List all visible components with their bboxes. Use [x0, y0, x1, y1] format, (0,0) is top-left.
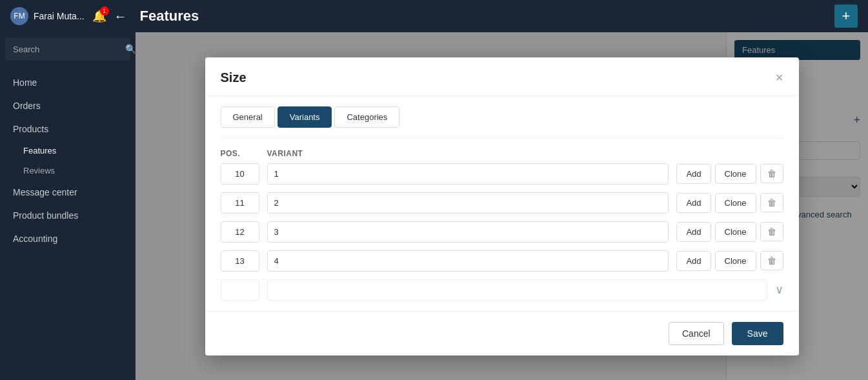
column-headers: POS. VARIANT — [221, 149, 783, 163]
sidebar-item-reviews[interactable]: Reviews — [0, 161, 136, 181]
add-button-row-2[interactable]: Add — [676, 193, 711, 213]
search-icon: 🔍 — [125, 44, 136, 54]
user-name: Farai Muta... — [34, 11, 85, 21]
row-actions-1: Add Clone 🗑 — [676, 164, 783, 184]
modal-header: Size × — [205, 57, 799, 96]
add-button-row-3[interactable]: Add — [676, 222, 711, 242]
main-content: Features ture groups rch ategory: catego… — [136, 32, 868, 380]
clone-button-row-2[interactable]: Clone — [715, 193, 756, 213]
sidebar-nav: Home Orders Products Features Reviews Me… — [0, 66, 136, 255]
pos-input-5[interactable] — [221, 279, 259, 301]
sidebar-item-products[interactable]: Products — [0, 117, 136, 141]
table-row: Add Clone 🗑 — [221, 163, 783, 185]
add-button-row-1[interactable]: Add — [676, 164, 711, 184]
scroll-down-icon: ∨ — [775, 283, 783, 297]
sidebar-item-product-bundles[interactable]: Product bundles — [0, 204, 136, 227]
clone-button-row-3[interactable]: Clone — [715, 222, 756, 242]
sidebar-item-message-center[interactable]: Message center — [0, 181, 136, 204]
add-button[interactable]: + — [834, 5, 858, 28]
delete-button-row-3[interactable]: 🗑 — [760, 222, 783, 241]
modal-overlay: Size × General Variants Categories POS. — [136, 32, 868, 380]
table-row-partial: ∨ — [221, 279, 783, 301]
row-actions-3: Add Clone 🗑 — [676, 222, 783, 242]
cancel-button[interactable]: Cancel — [669, 322, 724, 345]
modal-close-button[interactable]: × — [776, 71, 783, 84]
variant-input-2[interactable] — [267, 192, 669, 214]
col-header-variant: VARIANT — [267, 149, 783, 158]
sidebar: 🔍 Home Orders Products Features Reviews … — [0, 32, 136, 380]
modal-tabs: General Variants Categories — [205, 96, 799, 128]
sidebar-search-box[interactable]: 🔍 — [5, 37, 130, 61]
pos-input-2[interactable] — [221, 192, 259, 214]
back-button[interactable]: ← — [114, 9, 127, 24]
tab-categories[interactable]: Categories — [334, 106, 399, 128]
tab-general[interactable]: General — [221, 106, 275, 128]
sidebar-item-home[interactable]: Home — [0, 71, 136, 94]
delete-button-row-4[interactable]: 🗑 — [760, 251, 783, 270]
modal-body: POS. VARIANT Add Clone 🗑 — [205, 139, 799, 311]
delete-button-row-2[interactable]: 🗑 — [760, 193, 783, 212]
table-row: Add Clone 🗑 — [221, 192, 783, 214]
modal: Size × General Variants Categories POS. — [205, 57, 799, 355]
delete-button-row-1[interactable]: 🗑 — [760, 164, 783, 183]
save-button[interactable]: Save — [732, 322, 783, 345]
sidebar-search-input[interactable] — [13, 45, 121, 54]
variant-input-3[interactable] — [267, 221, 669, 243]
clone-button-row-4[interactable]: Clone — [715, 251, 756, 271]
pos-input-1[interactable] — [221, 163, 259, 185]
notification-badge: 1 — [100, 6, 109, 15]
modal-title: Size — [221, 70, 247, 85]
modal-footer: Cancel Save — [205, 311, 799, 355]
variant-input-5[interactable] — [267, 279, 767, 301]
pos-input-3[interactable] — [221, 221, 259, 243]
sidebar-item-orders[interactable]: Orders — [0, 94, 136, 117]
avatar: FM — [10, 7, 28, 25]
variant-input-4[interactable] — [267, 250, 669, 272]
sidebar-item-accounting[interactable]: Accounting — [0, 227, 136, 250]
row-actions-4: Add Clone 🗑 — [676, 251, 783, 271]
row-actions-2: Add Clone 🗑 — [676, 193, 783, 213]
clone-button-row-1[interactable]: Clone — [715, 164, 756, 184]
page-title: Features — [140, 8, 199, 25]
table-row: Add Clone 🗑 — [221, 250, 783, 272]
col-header-pos: POS. — [221, 149, 259, 158]
row-actions-5: ∨ — [775, 283, 783, 297]
sidebar-item-features[interactable]: Features — [0, 141, 136, 161]
pos-input-4[interactable] — [221, 250, 259, 272]
tab-variants[interactable]: Variants — [278, 106, 332, 128]
user-info: FM Farai Muta... — [10, 7, 85, 25]
top-bar: FM Farai Muta... 🔔 1 ← Features + — [0, 0, 868, 32]
add-button-row-4[interactable]: Add — [676, 251, 711, 271]
table-row: Add Clone 🗑 — [221, 221, 783, 243]
notifications-icon[interactable]: 🔔 1 — [92, 9, 106, 23]
variant-input-1[interactable] — [267, 163, 669, 185]
